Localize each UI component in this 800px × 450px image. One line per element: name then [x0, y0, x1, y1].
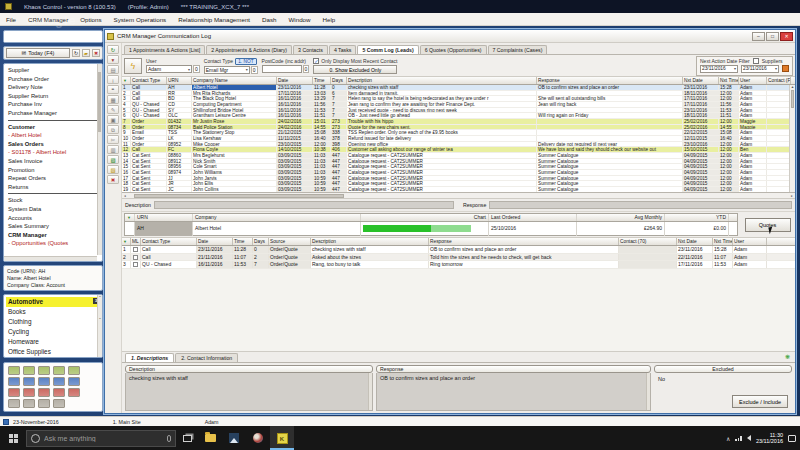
sidebar-item-purchase-inv[interactable]: Purchase Inv — [8, 100, 101, 109]
bottom-tab-1[interactable]: 1. Descriptions — [125, 353, 174, 362]
menu-item-help[interactable]: Help — [317, 15, 342, 24]
quick-action-icon[interactable] — [68, 366, 80, 375]
quick-action-icon[interactable] — [23, 377, 35, 386]
quick-action-icon[interactable] — [8, 399, 20, 408]
sidebar-search-input[interactable] — [4, 38, 102, 44]
detail-header-Contact Type[interactable]: Contact Type — [141, 238, 197, 245]
grid-header-Nxt Date[interactable]: Nxt Date — [683, 77, 719, 84]
document-icon[interactable]: ▤ — [107, 65, 119, 74]
row-checkbox[interactable] — [133, 247, 138, 252]
minimize-button[interactable]: – — [752, 32, 765, 41]
volume-icon[interactable] — [747, 435, 751, 441]
contact-type-select[interactable]: Email Mgr▾ — [204, 66, 250, 74]
grid-vertical-scrollbar[interactable]: ▲ — [789, 85, 795, 192]
postcode-input[interactable] — [262, 65, 302, 73]
detail-header-Nxt Date[interactable]: Nxt Date — [677, 238, 713, 245]
quick-action-icon[interactable] — [38, 399, 50, 408]
photos-button[interactable] — [222, 426, 246, 450]
sidebar-item-stock[interactable]: Stock — [8, 196, 101, 205]
category-scrollbar[interactable]: ⌃⌄ — [97, 295, 102, 357]
grid-header-URN[interactable]: URN — [167, 77, 192, 84]
note-icon[interactable]: ✎ — [107, 105, 119, 114]
menu-item-system-operations[interactable]: System Operations — [108, 15, 173, 24]
window-titlebar[interactable]: CRM Manager Communication Log – □ ✕ — [105, 30, 795, 43]
menu-item-options[interactable]: Options — [74, 15, 107, 24]
category-item-homeware[interactable]: Homeware — [6, 337, 100, 347]
sidebar-item-customer[interactable]: Customer — [8, 123, 101, 132]
grid-header-Days[interactable]: Days — [331, 77, 347, 84]
menu-item-relationship-management[interactable]: Relationship Management — [172, 15, 256, 24]
sidebar-item-system-data[interactable]: System Data — [8, 205, 101, 214]
sidebar-item-sales-orders[interactable]: Sales Orders — [8, 140, 101, 149]
detail-header-Date[interactable]: Date — [197, 238, 233, 245]
tab-7[interactable]: 7 Complaints (Cases) — [488, 45, 548, 54]
not-toggle-button[interactable]: 1. NOT — [235, 58, 256, 65]
row-checkbox[interactable] — [133, 262, 138, 267]
menu-item-crm-manager[interactable]: CRM Manager — [22, 15, 74, 24]
description-textarea[interactable]: checking sizes with staff — [125, 373, 373, 411]
delete-icon[interactable]: ▾ — [107, 55, 119, 64]
date-to-select[interactable]: 23/11/2016▾ — [741, 65, 779, 73]
row-checkbox[interactable] — [133, 255, 138, 260]
tray-expand-icon[interactable]: ∧ — [726, 435, 730, 442]
quick-action-icon[interactable] — [53, 366, 65, 375]
detail-header-Description[interactable]: Description — [311, 238, 429, 245]
tab-4[interactable]: 4 Tasks — [329, 45, 357, 54]
grid-header-Contact Type[interactable]: Contact Type — [131, 77, 167, 84]
sidebar-item-purchase-manager[interactable]: Purchase Manager — [8, 109, 101, 118]
folder-icon[interactable]: ▰ — [82, 49, 90, 57]
table-row[interactable]: 1Call23/11/201611:280Order/Quotechecking… — [122, 246, 795, 254]
taskbar-clock[interactable]: 11:30 23/11/2016 — [756, 432, 783, 444]
detail-header-Response[interactable]: Response — [429, 238, 619, 245]
quick-action-icon[interactable] — [68, 377, 80, 386]
grid-header-Company Name[interactable]: Company Name — [192, 77, 277, 84]
detail-header-Source[interactable]: Source — [269, 238, 311, 245]
close-icon[interactable]: ✖ — [92, 49, 100, 57]
sidebar-item-sales-invoice[interactable]: Sales Invoice — [8, 157, 101, 166]
quick-action-icon[interactable] — [8, 366, 20, 375]
grid-header-Description[interactable]: Description — [347, 77, 537, 84]
recent-contact-checkbox[interactable]: ✓ — [313, 58, 319, 64]
quick-action-icon[interactable] — [8, 388, 20, 397]
suppliers-checkbox[interactable] — [753, 58, 759, 64]
quick-action-icon[interactable] — [53, 388, 65, 397]
category-item-clothing[interactable]: Clothing — [6, 317, 100, 327]
refresh-icon[interactable]: ↻ — [72, 49, 80, 57]
detail-header-ML[interactable]: ML — [131, 238, 141, 245]
detail-header-Time[interactable]: Time — [233, 238, 253, 245]
response-scrollbar[interactable] — [646, 373, 650, 410]
idea-icon[interactable]: ¡ — [107, 75, 119, 84]
edit-contact-icon[interactable]: ϟ — [124, 58, 142, 74]
grid-header-User[interactable]: User — [739, 77, 767, 84]
close-red-icon[interactable]: ✖ — [107, 175, 119, 184]
maximize-button[interactable]: □ — [766, 32, 779, 41]
action-center-icon[interactable] — [788, 435, 796, 442]
print-icon[interactable]: ▣ — [107, 115, 119, 124]
detail-header-User[interactable]: User — [733, 238, 767, 245]
sidebar-item--albert-hotel[interactable]: - Albert Hotel — [8, 131, 101, 140]
network-icon[interactable] — [735, 436, 742, 441]
quick-action-icon[interactable] — [23, 366, 35, 375]
quick-action-icon[interactable] — [68, 388, 80, 397]
grid-header-Date[interactable]: Date — [277, 77, 313, 84]
today-button[interactable]: ✉Today (F4) — [6, 48, 70, 58]
quick-action-icon[interactable] — [53, 377, 65, 386]
nav-horizontal-scrollbar[interactable] — [4, 256, 97, 261]
quick-action-icon[interactable] — [23, 399, 35, 408]
quick-action-icon[interactable] — [38, 388, 50, 397]
quick-action-icon[interactable] — [53, 399, 65, 408]
grid-header-Contact (F[interactable]: Contact (F — [767, 77, 791, 84]
clear-filter-icon[interactable] — [782, 65, 789, 72]
menu-item-dash[interactable]: Dash — [256, 15, 282, 24]
sidebar-item-crm-manager[interactable]: CRM Manager — [8, 231, 101, 240]
sidebar-item-returns[interactable]: Returns — [8, 183, 101, 192]
quick-action-icon[interactable] — [8, 377, 20, 386]
tab-5[interactable]: 5 Comm Log (Leads) — [357, 45, 418, 54]
show-excluded-button[interactable]: 0. Show Excluded Only — [313, 65, 397, 74]
copy-icon[interactable]: ⧉ — [107, 125, 119, 134]
browser-button[interactable] — [246, 426, 270, 450]
summary-row[interactable]: AHAlbert Hotel25/10/2016£264.90£0.00 — [125, 222, 737, 236]
cortana-search[interactable]: Ask me anything — [26, 430, 176, 447]
grid-header-Time[interactable]: Time — [313, 77, 331, 84]
category-item-office-supplies[interactable]: Office Supplies — [6, 347, 100, 357]
